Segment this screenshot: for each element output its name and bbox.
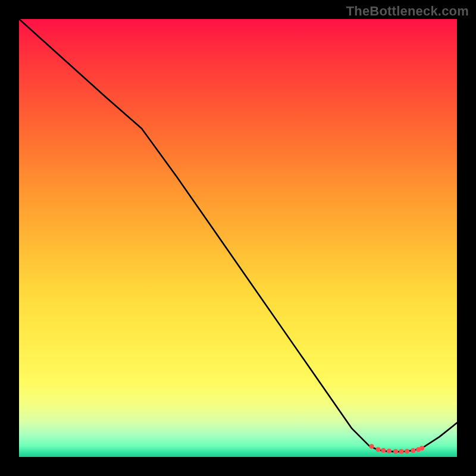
chart-marker: [381, 448, 386, 453]
line-chart-svg: [19, 19, 457, 457]
chart-marker: [387, 449, 392, 453]
watermark-text: TheBottleneck.com: [346, 4, 469, 19]
chart-marker: [419, 446, 424, 450]
chart-frame: TheBottleneck.com: [0, 0, 476, 476]
plot-area: [19, 19, 457, 457]
chart-marker: [399, 449, 404, 454]
chart-line: [19, 19, 457, 452]
chart-marker: [411, 448, 415, 453]
chart-marker: [369, 444, 374, 449]
chart-marker: [405, 449, 409, 453]
chart-marker: [393, 449, 398, 454]
chart-marker: [376, 447, 381, 452]
